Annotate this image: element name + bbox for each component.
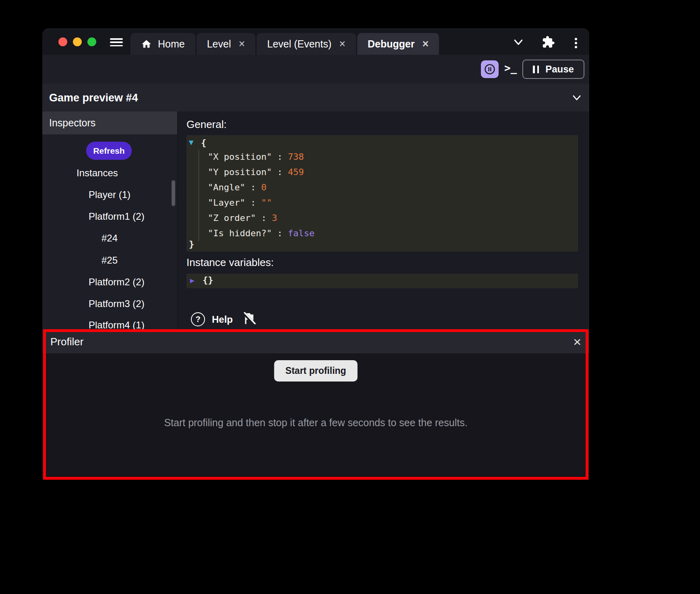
extensions-icon[interactable] [542, 35, 555, 49]
instance-variables-label: Instance variables: [186, 256, 274, 269]
menu-icon[interactable] [110, 38, 123, 46]
help-icon[interactable]: ? [191, 312, 205, 326]
pause-bar [537, 66, 539, 73]
collapse-triangle-icon[interactable]: ▼ [189, 138, 193, 146]
pause-circle-glyph [483, 63, 496, 76]
instance-variables-value: {} [203, 275, 213, 285]
start-profiling-button[interactable]: Start profiling [274, 360, 358, 382]
json-property: "Is hidden?" : false [208, 226, 315, 241]
close-icon[interactable]: × [573, 335, 581, 349]
tree-item-platform2[interactable]: Platform2 (2) [89, 276, 145, 288]
json-properties: "X position" : 738 "Y position" : 459 "A… [199, 149, 315, 241]
profiler-title: Profiler [50, 336, 83, 348]
tree-item-instances[interactable]: Instances [77, 167, 118, 179]
kebab-dot [575, 42, 577, 44]
menu-icon-bar [110, 38, 123, 40]
expand-triangle-icon[interactable]: ▶ [190, 276, 195, 285]
tab-level[interactable]: Level × [197, 33, 256, 55]
pause-button[interactable]: Pause [522, 60, 584, 79]
sidebar-scrollbar[interactable] [172, 180, 175, 206]
tree-item-player[interactable]: Player (1) [89, 189, 130, 200]
kebab-dot [575, 38, 577, 40]
tab-label: Debugger [368, 38, 415, 50]
refresh-button[interactable]: Refresh [86, 142, 132, 160]
window-close-button[interactable] [58, 37, 67, 46]
home-icon [141, 39, 152, 50]
json-property: "X position" : 738 [208, 149, 315, 165]
close-icon[interactable]: × [339, 39, 346, 50]
title-bar: Home Level × Level (Events) × Debugger × [42, 28, 589, 55]
question-glyph: ? [195, 315, 200, 324]
profiler-hint-text: Start profiling and then stop it after a… [42, 417, 589, 429]
debugger-content: Inspectors Refresh Instances Player (1) … [42, 111, 589, 480]
json-property: "Angle" : 0 [208, 180, 315, 195]
window-zoom-button[interactable] [87, 37, 96, 46]
close-icon[interactable]: × [238, 39, 245, 50]
debugger-toolbar: >_ Pause [42, 55, 589, 84]
profiler-body: Start profiling Start profiling and then… [42, 353, 589, 480]
tab-label: Level (Events) [267, 38, 331, 50]
more-options-icon[interactable] [575, 36, 578, 50]
tab-bar: Home Level × Level (Events) × Debugger × [130, 33, 439, 55]
profiler-panel: Profiler × Start profiling Start profili… [42, 330, 589, 480]
tree-item-platform4[interactable]: Platform4 (1) [89, 320, 145, 331]
flag-off-icon[interactable] [241, 309, 257, 327]
close-icon[interactable]: × [422, 39, 429, 50]
menu-icon-bar [110, 41, 123, 43]
tree-item-platform3[interactable]: Platform3 (2) [89, 298, 145, 309]
help-label[interactable]: Help [212, 314, 233, 325]
pause-bar [533, 66, 535, 73]
chevron-down-icon[interactable] [571, 92, 582, 103]
json-property: "Y position" : 459 [208, 165, 315, 180]
tab-debugger[interactable]: Debugger × [357, 33, 439, 55]
pause-circle-icon[interactable] [481, 60, 499, 78]
debugger-window: Home Level × Level (Events) × Debugger × [42, 28, 589, 480]
json-close-brace: } [189, 239, 194, 249]
profiler-header: Profiler × [42, 330, 589, 353]
tab-label: Home [158, 38, 185, 50]
menu-icon-bar [110, 45, 123, 47]
kebab-dot [575, 46, 577, 48]
json-open-brace: { [201, 138, 206, 148]
window-minimize-button[interactable] [73, 37, 82, 46]
instance-variables-viewer: ▶ {} [186, 274, 578, 288]
json-property: "Z order" : 3 [208, 210, 315, 226]
tab-label: Level [207, 38, 231, 50]
json-property: "Layer" : "" [208, 195, 315, 210]
general-section-label: General: [186, 118, 227, 131]
tab-home[interactable]: Home [130, 33, 195, 55]
tree-item-platform1[interactable]: Platform1 (2) [89, 211, 145, 222]
chevron-down-icon[interactable] [512, 36, 524, 48]
inspectors-header: Inspectors [42, 111, 177, 134]
pause-icon [533, 66, 539, 73]
pause-button-label: Pause [545, 64, 574, 75]
tab-level-events[interactable]: Level (Events) × [257, 33, 356, 55]
general-json-viewer: ▼ { "X position" : 738 "Y position" : 45… [186, 135, 578, 252]
game-preview-header[interactable]: Game preview #4 [42, 84, 589, 111]
game-preview-title: Game preview #4 [49, 91, 138, 104]
tree-item-instance-24[interactable]: #24 [101, 233, 118, 244]
console-icon[interactable]: >_ [504, 62, 517, 74]
tree-item-instance-25[interactable]: #25 [101, 255, 118, 266]
